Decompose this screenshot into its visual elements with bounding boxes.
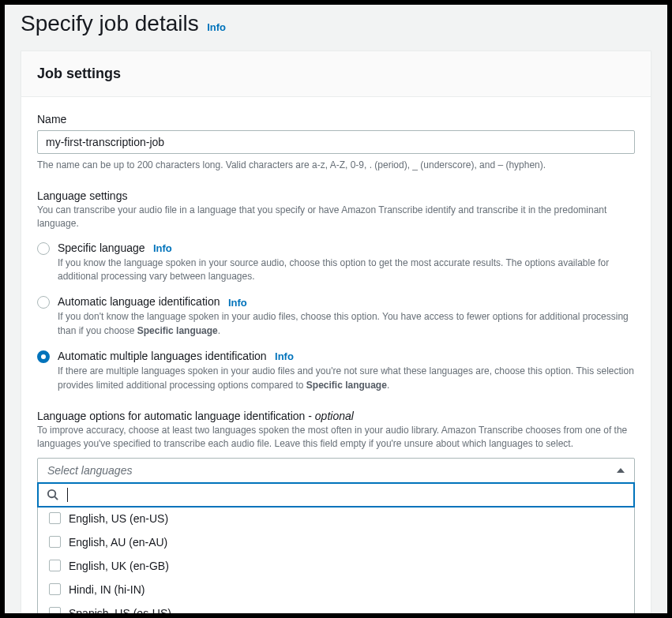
language-option[interactable]: Spanish, US (es-US) [38,601,634,613]
language-options-desc: To improve accuracy, choose at least two… [37,424,635,451]
svg-point-0 [48,490,55,497]
name-label: Name [37,113,635,125]
checkbox[interactable] [49,583,61,595]
checkbox[interactable] [49,607,61,613]
panel-header: Job settings [21,51,651,97]
name-input[interactable] [37,130,635,154]
checkbox[interactable] [49,512,61,524]
dropdown-search-row[interactable] [37,482,635,508]
language-settings-section: Language settings You can transcribe you… [37,189,635,392]
caret-up-icon [617,468,625,473]
text-cursor [67,488,68,502]
option-label: English, UK (en-GB) [69,560,169,572]
radio-label: Specific language [58,242,145,254]
page-header: Specify job details Info [5,5,667,51]
radio-desc: If there are multiple languages spoken i… [58,365,635,392]
option-label: English, AU (en-AU) [69,536,167,549]
checkbox[interactable] [49,536,61,548]
radio-label: Automatic language identification [58,295,220,308]
checkbox[interactable] [49,560,61,571]
panel-body: Name The name can be up to 200 character… [21,97,651,613]
radio-button-selected[interactable] [37,350,50,363]
language-option[interactable]: Hindi, IN (hi-IN) [38,578,634,601]
svg-line-1 [54,497,58,500]
name-help-text: The name can be up to 200 characters lon… [37,159,635,172]
language-option[interactable]: English, UK (en-GB) [38,554,634,578]
job-settings-panel: Job settings Name The name can be up to … [21,51,651,613]
page-frame: Specify job details Info Job settings Na… [5,5,667,613]
info-link[interactable]: Info [275,350,294,362]
language-option[interactable]: English, AU (en-AU) [38,530,634,554]
info-link[interactable]: Info [228,297,247,309]
language-settings-desc: You can transcribe your audio file in a … [37,204,635,231]
language-options-section: Language options for automatic language … [37,410,635,613]
radio-auto-language[interactable]: Automatic language identification Info I… [37,294,635,338]
language-settings-title: Language settings [37,189,635,202]
language-select[interactable]: Select languages [37,458,635,483]
radio-auto-multiple-languages[interactable]: Automatic multiple languages identificat… [37,349,635,392]
radio-specific-language[interactable]: Specific language Info If you know the l… [37,241,635,284]
name-field-group: Name The name can be up to 200 character… [37,113,635,172]
radio-label: Automatic multiple languages identificat… [58,350,267,362]
option-label: Spanish, US (es-US) [69,607,171,613]
language-option[interactable]: English, US (en-US) [38,507,634,530]
language-options-title: Language options for automatic language … [37,410,635,422]
radio-desc: If you don't know the language spoken in… [58,310,635,338]
radio-desc: If you know the language spoken in your … [58,257,635,284]
option-label: Hindi, IN (hi-IN) [69,583,145,596]
page-title: Specify job details [21,11,199,36]
select-placeholder: Select languages [47,464,132,477]
search-icon [47,489,58,500]
option-label: English, US (en-US) [69,512,168,525]
language-dropdown: English, US (en-US) English, AU (en-AU) … [37,482,635,613]
radio-button[interactable] [37,296,50,309]
dropdown-search-input[interactable] [65,489,625,501]
info-link-header[interactable]: Info [207,21,226,33]
radio-button[interactable] [37,242,50,255]
info-link[interactable]: Info [153,242,172,254]
language-radio-group: Specific language Info If you know the l… [37,241,635,392]
panel-title: Job settings [37,66,635,82]
